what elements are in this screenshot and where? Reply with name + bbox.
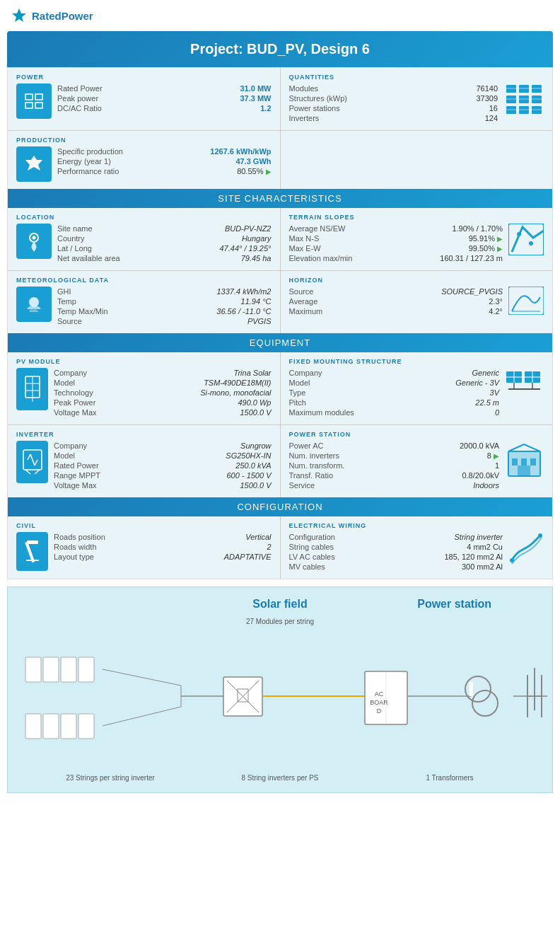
string-cables-value: 4 mm2 Cu (467, 543, 503, 551)
pv-tech-label: Technology (54, 388, 93, 397)
svg-text:D: D (377, 707, 382, 715)
pv-model-label: Model (54, 378, 75, 387)
structures-value: 37309 (476, 94, 498, 103)
power-label: POWER (16, 74, 272, 81)
pv-module-icon-row: Company Trina Solar Model TSM-490DE18M(I… (16, 368, 272, 417)
svg-line-52 (508, 444, 524, 451)
fixed-mounting-label: FIXED MOUNTING STRUCTURE (289, 358, 544, 365)
temp-label: Temp (57, 297, 76, 306)
bottom-labels: 23 Strings per string inverter 8 String … (18, 774, 542, 782)
header: RatedPower (0, 0, 560, 31)
horizon-chart-icon (508, 287, 544, 315)
power-data: Rated Power 31.0 MW Peak power 37.3 MW D… (57, 83, 272, 113)
civil-section: CIVIL Roads position Vertical Roads (8, 516, 281, 579)
building-icon (505, 441, 544, 480)
fm-maxmod-value: 0 (495, 408, 499, 417)
solar-field-title (18, 598, 193, 611)
location-icon (16, 224, 52, 259)
country-row: Country Hungary (57, 233, 272, 243)
avg-nsew-label: Average NS/EW (289, 224, 346, 233)
horizon-avg-label: Average (289, 297, 318, 306)
country-value: Hungary (242, 234, 272, 243)
svg-line-68 (103, 707, 181, 726)
power-station-label: Power station (367, 598, 542, 611)
civil-icon-row: Roads position Vertical Roads width 2 La… (16, 532, 272, 571)
main-container: POWER Rated Power 31.0 MW (7, 67, 553, 579)
rated-power-value: 31.0 MW (240, 84, 271, 93)
dcac-ratio-value: 1.2 (260, 104, 271, 112)
string-cables-row: String cables 4 mm2 Cu (289, 542, 503, 552)
power-quantities-row: POWER Rated Power 31.0 MW (8, 68, 552, 130)
horizon-icon-row: Source SOURCE_PVGIS Average 2.3° Maximum… (289, 287, 544, 316)
electrical-icon-row: Configuration String inverter String cab… (289, 532, 544, 572)
inv-mppt-row: Range MPPT 600 - 1500 V (54, 470, 272, 480)
ps-numinv-label: Num. inverters (289, 451, 340, 460)
fm-company-value: Generic (472, 369, 499, 377)
production-icon-row: Specific production 1267.6 kWh/kWp Energ… (16, 146, 272, 182)
temp-row: Temp 11.94 °C (57, 296, 272, 306)
fm-type-value: 3V (490, 388, 499, 397)
fm-maxmod-row: Maximum modules 0 (289, 407, 500, 417)
roads-width-label: Roads width (54, 543, 97, 551)
perf-ratio-label: Performance ratio (57, 167, 119, 175)
svg-point-57 (510, 558, 514, 562)
svg-rect-9 (519, 96, 529, 103)
layout-type-value: ADAPTATIVE (224, 553, 272, 561)
peak-power-label: Peak power (57, 94, 98, 103)
site-char-header: SITE CHARACTERISTICS (8, 189, 552, 208)
ghi-row: GHI 1337.4 kWh/m2 (57, 287, 272, 296)
location-data: Site name BUD-PV-NZ2 Country Hungary Lat… (57, 224, 272, 263)
rated-power-row: Rated Power 31.0 MW (57, 83, 272, 93)
svg-rect-60 (43, 657, 59, 682)
svg-rect-20 (508, 224, 544, 255)
solar-field-label: Solar field (193, 598, 368, 611)
svg-rect-8 (506, 96, 516, 103)
elevation-row: Elevation max/min 160.31 / 127.23 m (289, 253, 503, 263)
quantities-icon-row: Modules 76140 Structures (kWp) 37309 Pow… (289, 83, 544, 123)
horizon-max-row: Maximum 4.2° (289, 306, 503, 316)
fm-company-row: Company Generic (289, 368, 500, 378)
svg-rect-48 (512, 458, 518, 466)
quantities-section: QUANTITIES Modules 76140 Structures (kWp… (281, 68, 553, 130)
pv-module-data: Company Trina Solar Model TSM-490DE18M(I… (54, 368, 272, 417)
peak-power-value: 37.3 MW (240, 94, 271, 103)
pv-peak-value: 490.0 Wp (238, 398, 271, 407)
production-row: PRODUCTION Specific production 1267.6 kW… (8, 130, 552, 189)
project-title: Project: BUD_PV, Design 6 (7, 31, 553, 67)
pv-volt-label: Voltage Max (54, 408, 97, 417)
fm-type-label: Type (289, 388, 306, 397)
pv-tech-row: Technology Si-mono, monofacial (54, 388, 272, 398)
inverters-label: Inverters (289, 114, 320, 122)
inv-volt-label: Voltage Max (54, 481, 97, 490)
pv-module-mounting-row: PV MODULE Company Trina Solar (8, 352, 552, 424)
fm-model-row: Model Generic - 3V (289, 378, 500, 388)
svg-point-23 (29, 297, 39, 307)
modules-label: Modules (289, 84, 319, 93)
inv-model-row: Model SG250HX-IN (54, 451, 272, 461)
roads-width-row: Roads width 2 (54, 542, 272, 552)
solar-diagram: Solar field Power station 27 Modules per… (7, 586, 553, 793)
svg-point-82 (465, 676, 491, 702)
civil-icon (16, 532, 48, 571)
inverter-data: Company Sungrow Model SG250HX-IN Rated P… (54, 441, 272, 490)
energy-year1-label: Energy (year 1) (57, 157, 111, 166)
pv-volt-row: Voltage Max 1500.0 V (54, 407, 272, 417)
svg-rect-13 (532, 106, 542, 114)
specific-prod-label: Specific production (57, 147, 123, 156)
svg-line-43 (35, 460, 37, 466)
temp-value: 11.94 °C (241, 297, 272, 306)
structures-label: Structures (kWp) (289, 94, 348, 103)
layout-type-row: Layout type ADAPTATIVE (54, 552, 272, 562)
ghi-value: 1337.4 kWh/m2 (216, 287, 271, 296)
horizon-source-row: Source SOURCE_PVGIS (289, 287, 503, 296)
string-cables-label: String cables (289, 543, 334, 551)
lat-long-row: Lat / Long 47.44° / 19.25° (57, 243, 272, 253)
site-name-value: BUD-PV-NZ2 (225, 224, 272, 233)
production-label: PRODUCTION (16, 137, 272, 144)
svg-rect-12 (519, 106, 529, 114)
svg-text:AC: AC (375, 690, 384, 698)
electrical-data: Configuration String inverter String cab… (289, 532, 503, 572)
pv-module-icon (16, 368, 48, 410)
inv-mppt-label: Range MPPT (54, 471, 100, 480)
pv-tech-value: Si-mono, monofacial (200, 388, 271, 397)
